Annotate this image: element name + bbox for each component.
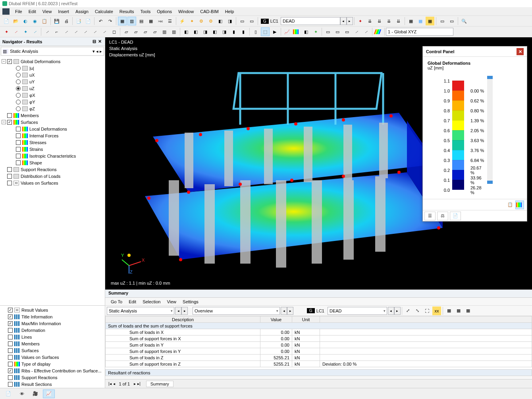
diagram-icon[interactable]: ▭ [238, 17, 247, 25]
table-row[interactable]: Sum of loads in Z 5255.21 kN [106, 355, 532, 361]
menu-edit[interactable]: Edit [25, 8, 39, 15]
sm-selection[interactable]: Selection [139, 299, 164, 305]
t2d-icon[interactable]: ⟋ [71, 27, 80, 36]
anim1-icon[interactable]: ▯ [251, 27, 260, 36]
summary-tab[interactable]: Summary [146, 381, 173, 387]
pg-last-icon[interactable]: ▸| [137, 382, 141, 386]
ctrl-copy-icon[interactable]: 📋 [506, 200, 515, 209]
radio-φY[interactable] [16, 100, 21, 104]
gear-icon[interactable]: ⚙ [197, 17, 206, 25]
t2e-icon[interactable]: ⟋ [81, 27, 90, 36]
radio-φZ[interactable] [16, 106, 21, 111]
lower-item-5[interactable]: Members [21, 341, 40, 346]
wiz3-icon[interactable]: ▦ [426, 17, 434, 25]
lc-next-icon[interactable]: ▸ [347, 17, 353, 25]
tree-comp-5[interactable]: φY [29, 100, 35, 104]
surf-child-1[interactable]: Internal Forces [29, 133, 58, 138]
surf-child-2[interactable]: Stresses [29, 140, 46, 145]
t2i-icon[interactable]: ▱ [122, 27, 131, 36]
surf-child-3[interactable]: Strains [29, 147, 43, 152]
cube2-icon[interactable]: ◨ [226, 17, 234, 25]
lower-item-11[interactable]: Result Sections [21, 382, 52, 387]
t2j-icon[interactable]: ▱ [131, 27, 140, 36]
tree-chk-surf[interactable]: ✓ [7, 120, 12, 125]
loads3-icon[interactable]: ⇊ [385, 17, 393, 25]
loads4-icon[interactable]: ⇊ [394, 17, 403, 25]
chk-surf-1[interactable] [16, 133, 21, 138]
table-row[interactable]: Sum of support forces in X 0.00 kN [106, 335, 532, 342]
sm-settings[interactable]: Settings [179, 299, 202, 305]
lower-item-1[interactable]: Title Information [21, 314, 52, 319]
chk-lower-0[interactable]: ✓ [8, 308, 13, 312]
tree-bottom-0[interactable]: Support Reactions [21, 167, 57, 172]
chk-bottom-2[interactable] [7, 181, 12, 185]
panel-close-icon[interactable]: ✕ [97, 39, 102, 44]
sm-edit[interactable]: Edit [125, 299, 139, 305]
t2k-icon[interactable]: ▱ [141, 27, 150, 36]
navigator-selector[interactable]: ▥ Static Analysis ▾ ◂ ▸ [1, 47, 104, 56]
menu-insert[interactable]: Insert [55, 8, 72, 15]
tree-chk[interactable]: ✓ [7, 59, 12, 64]
radio-φX[interactable] [16, 93, 21, 98]
chk-lower-9[interactable]: ✓ [8, 368, 13, 373]
radio-uX[interactable] [16, 73, 21, 77]
st7-icon[interactable]: ▦ [464, 306, 472, 315]
t2r-icon[interactable]: ◧ [210, 27, 219, 36]
chk-surf-3[interactable] [16, 147, 21, 152]
radio-uZ[interactable] [16, 86, 21, 91]
st5-icon[interactable]: ▦ [445, 306, 453, 315]
tree-comp-6[interactable]: φZ [29, 106, 35, 111]
summary-combo2[interactable]: Overview [193, 307, 280, 315]
sc1-next-icon[interactable]: ▸ [181, 307, 188, 315]
sec5-icon[interactable]: ⟋ [362, 27, 370, 36]
summary-lc-combo[interactable]: DEAD [328, 307, 387, 315]
t2l-icon[interactable]: ▱ [150, 27, 159, 36]
save-icon[interactable]: 💾 [52, 17, 61, 25]
panel-pin-icon[interactable]: ⊟ [91, 39, 97, 44]
new-icon[interactable]: 📄 [2, 17, 11, 25]
table-row[interactable]: Sum of loads in Y 0.00 kN [106, 342, 532, 348]
surf-child-0[interactable]: Local Deformations [29, 127, 67, 131]
chk-lower-2[interactable]: ✓ [8, 321, 13, 326]
block-manager-icon[interactable]: ◐ [21, 17, 30, 25]
scale-icon[interactable] [374, 27, 383, 36]
lower-item-8[interactable]: Type of display [21, 362, 50, 366]
tree-chk-members[interactable] [7, 113, 12, 118]
sec2-icon[interactable]: ▭ [333, 27, 342, 36]
star-green-icon[interactable]: ✦ [311, 27, 320, 36]
tree-comp-2[interactable]: uY [29, 79, 35, 84]
chk-bottom-1[interactable] [7, 174, 12, 179]
ctrl-tab-balance-icon[interactable]: ⚖ [437, 212, 448, 220]
wiz2-icon[interactable]: ▦ [416, 17, 425, 25]
t2t-icon[interactable]: ▮ [229, 27, 238, 36]
radio-uY[interactable] [16, 79, 21, 84]
view-2-icon[interactable]: ▥ [127, 17, 136, 25]
chk-lower-10[interactable] [8, 375, 13, 380]
sel-edge-icon[interactable]: ⟋ [31, 27, 39, 36]
ctrl-tab-list-icon[interactable]: ☰ [424, 212, 436, 220]
st3-icon[interactable]: ⛶ [423, 306, 432, 315]
t2p-icon[interactable]: ◧ [191, 27, 200, 36]
ctrl-close-icon[interactable]: ✕ [517, 48, 524, 55]
surf-child-4[interactable]: Isotropic Characteristics [29, 154, 76, 158]
pg-next-icon[interactable]: ▸ [134, 382, 136, 386]
tree-comp-4[interactable]: φX [29, 93, 35, 98]
tree-comp-0[interactable]: |u| [29, 66, 34, 71]
lower-item-9[interactable]: Ribs - Effective Contribution on Surface… [21, 368, 102, 373]
lc-prev-icon[interactable]: ◂ [340, 17, 347, 25]
view-1-icon[interactable]: ▦ [118, 17, 127, 25]
undo-icon[interactable]: ↶ [96, 17, 105, 25]
tree-comp-3[interactable]: uZ [29, 86, 35, 91]
lower-item-2[interactable]: Max/Min Information [21, 321, 61, 326]
sel-star-icon[interactable]: ✦ [2, 27, 11, 36]
t2a-icon[interactable]: ⟋ [43, 27, 52, 36]
menu-options[interactable]: Options [154, 8, 175, 15]
tree-toggle[interactable]: − [2, 59, 6, 64]
table-row[interactable]: Sum of support forces in Z 5255.21 kN De… [106, 361, 532, 367]
sec4-icon[interactable]: ⟋ [352, 27, 361, 36]
menu-view[interactable]: View [39, 8, 55, 15]
redo-icon[interactable]: ↷ [106, 17, 114, 25]
btab-doc-icon[interactable]: 📄 [2, 389, 14, 398]
t2s-icon[interactable]: ◨ [220, 27, 229, 36]
cube3-icon[interactable]: ◧ [302, 27, 310, 36]
